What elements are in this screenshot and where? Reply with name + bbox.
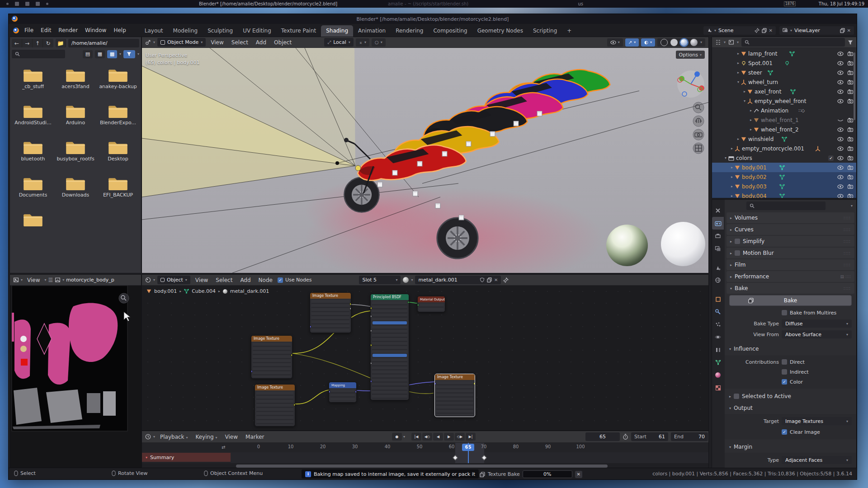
os-app-icon[interactable] xyxy=(36,2,40,6)
selected-to-active-checkbox[interactable] xyxy=(734,394,739,399)
timeline-menu-playback[interactable]: Playback ▾ xyxy=(157,433,190,441)
timeline-menu-keying[interactable]: Keying ▾ xyxy=(193,433,220,441)
disable-render-icon[interactable] xyxy=(847,165,854,170)
tab-physics-properties[interactable] xyxy=(712,331,724,343)
hidden-eye-icon[interactable] xyxy=(837,118,844,122)
forward-button[interactable]: → xyxy=(22,39,33,47)
shading-chevron[interactable]: ▾ xyxy=(700,40,702,44)
visibility-dropdown[interactable]: ▾ xyxy=(607,38,623,47)
tab-texture-paint[interactable]: Texture Paint xyxy=(276,25,321,37)
panel-performance[interactable]: ▸Performance▤ :::: xyxy=(726,271,854,282)
breadcrumb-mesh[interactable]: Cube.004 xyxy=(192,288,216,294)
simplify-checkbox[interactable] xyxy=(735,239,740,244)
outliner-row[interactable]: ▸empty_motorcycle.001 xyxy=(712,144,856,153)
hide-eye-icon[interactable] xyxy=(837,165,844,170)
frame-start-field[interactable]: Start61 xyxy=(631,432,668,441)
transform-orientation-selector[interactable]: ⤢ Local▾ xyxy=(324,38,354,47)
display-mode-chevron[interactable]: ▾ xyxy=(737,40,739,44)
viewport-canvas[interactable]: User Perspective (65) colors | body.001 … xyxy=(142,48,708,273)
outliner-row[interactable]: ▸axel_front xyxy=(712,87,856,96)
folder-item[interactable] xyxy=(12,210,54,246)
tab-geometry-nodes[interactable]: Geometry Nodes xyxy=(472,25,528,37)
disable-render-icon[interactable] xyxy=(847,80,854,84)
tab-particle-properties[interactable] xyxy=(712,318,724,331)
tab-constraint-properties[interactable] xyxy=(712,343,724,356)
folder-item[interactable]: anakey-backup xyxy=(97,65,139,101)
panel-simplify[interactable]: ▸Simplify:::: xyxy=(726,236,854,247)
hamburger-icon[interactable]: ☰ xyxy=(48,277,53,283)
unlink-material-icon[interactable]: ✕ xyxy=(494,277,498,282)
node-image-texture-active[interactable]: Image Texture xyxy=(434,374,475,417)
disable-render-icon[interactable] xyxy=(847,61,854,66)
playhead-line[interactable] xyxy=(468,443,469,463)
wireframe-shading-button[interactable] xyxy=(660,39,668,46)
disable-render-icon[interactable] xyxy=(847,193,854,198)
collection-checkbox[interactable]: ✓ xyxy=(828,155,834,161)
selected-to-active-label[interactable]: Selected to Active xyxy=(742,393,791,399)
hide-eye-icon[interactable] xyxy=(837,52,844,56)
hide-eye-icon[interactable] xyxy=(837,61,844,66)
keying-chevron[interactable]: ▾ xyxy=(403,435,405,439)
menu-edit[interactable]: Edit xyxy=(37,26,55,35)
pin-icon[interactable] xyxy=(503,277,509,283)
new-scene-icon[interactable] xyxy=(762,28,767,33)
display-settings-chevron[interactable]: ▾ xyxy=(119,52,121,56)
horizontal-list-view-button[interactable]: ▦ xyxy=(95,50,105,58)
node-material-output[interactable]: Material Output xyxy=(417,296,445,312)
hide-eye-icon[interactable] xyxy=(837,156,844,160)
editor-type-chevron[interactable]: ▾ xyxy=(153,435,155,439)
shader-menu-view[interactable]: View xyxy=(193,276,211,284)
panel-volumes[interactable]: ▸Volumes:::: xyxy=(726,212,854,223)
outliner-row-collection[interactable]: ▾colors✓ xyxy=(712,153,856,163)
next-keyframe-button[interactable]: ◇▶ xyxy=(455,433,465,441)
outliner-row[interactable]: ▸wheel_front_2 xyxy=(712,125,856,134)
outliner-row-selected[interactable]: ▸body.004 xyxy=(712,191,856,198)
clear-image-checkbox[interactable]: ✓ xyxy=(782,429,787,435)
outliner-row[interactable]: ▸Spot.001 xyxy=(712,58,856,68)
file-path-input[interactable]: /home/amalie/ xyxy=(68,39,139,47)
pin-icon[interactable] xyxy=(755,28,760,33)
properties-options-chevron[interactable]: ▾ xyxy=(851,204,853,208)
timeline-ruler[interactable]: ⇄ 0 10 20 30 40 50 60 70 80 90 100 65 xyxy=(142,443,708,452)
hide-eye-icon[interactable] xyxy=(837,137,844,141)
tab-compositing[interactable]: Compositing xyxy=(428,25,472,37)
shader-type-selector[interactable]: Object▾ xyxy=(157,276,190,284)
node-canvas[interactable]: body.001▸ Cube.004▸ metal_dark.001 Image… xyxy=(142,286,708,430)
hide-eye-icon[interactable] xyxy=(837,175,844,179)
indirect-checkbox[interactable] xyxy=(782,369,787,375)
thumbnail-view-button[interactable]: ▩ xyxy=(107,50,117,58)
menu-file[interactable]: File xyxy=(21,26,37,35)
view-chevron[interactable]: ▾ xyxy=(45,278,47,282)
expand-triangle-icon[interactable]: ▾ xyxy=(146,455,147,460)
tab-animation[interactable]: Animation xyxy=(353,25,391,37)
outliner-row-selected[interactable]: ▸body.001 xyxy=(712,163,856,172)
tab-scene-properties[interactable] xyxy=(712,261,724,274)
filter-funnel-icon[interactable] xyxy=(848,40,853,45)
current-frame-field[interactable]: 65 xyxy=(585,432,620,441)
margin-subpanel[interactable]: Margin xyxy=(734,444,752,450)
folder-item[interactable]: EFI_BACKUP xyxy=(97,174,139,210)
menu-help[interactable]: Help xyxy=(110,26,129,35)
material-icon[interactable] xyxy=(403,277,409,283)
view-from-dropdown[interactable]: Above Surface▾ xyxy=(782,330,852,338)
editor-type-icon[interactable] xyxy=(13,277,19,283)
back-button[interactable]: ← xyxy=(12,39,22,47)
tab-output-properties[interactable] xyxy=(712,230,724,242)
editor-type-chevron[interactable]: ▾ xyxy=(153,40,155,44)
jump-to-end-button[interactable]: ▶| xyxy=(466,433,476,441)
front-wheel[interactable] xyxy=(344,177,380,213)
mode-selector[interactable]: Object Mode▾ xyxy=(157,38,206,47)
outliner-search-input[interactable] xyxy=(741,38,845,47)
editor-type-icon[interactable] xyxy=(145,277,151,283)
panel-motion-blur[interactable]: ▸Motion Blur:::: xyxy=(726,248,854,258)
play-button[interactable]: ▶ xyxy=(444,433,454,441)
disable-render-icon[interactable] xyxy=(847,117,854,122)
timeline-scrollbar[interactable] xyxy=(236,465,608,468)
browse-material-chevron[interactable]: ▾ xyxy=(411,278,413,282)
node-image-texture[interactable]: Image Texture xyxy=(310,292,351,333)
tab-viewlayer-properties[interactable] xyxy=(712,242,724,255)
keyboard-layout-indicator[interactable]: us xyxy=(578,1,583,6)
viewport-menu-object[interactable]: Object xyxy=(271,38,294,47)
disable-render-icon[interactable] xyxy=(847,127,854,132)
tab-data-properties[interactable] xyxy=(712,356,724,369)
